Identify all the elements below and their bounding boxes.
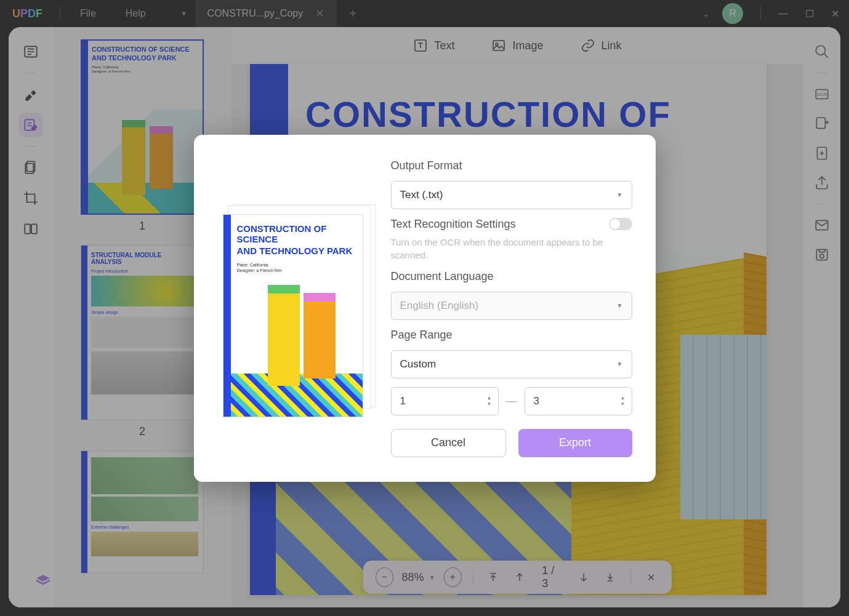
export-dialog: CONSTRUCTION OF SCIENCE AND TECHNOLOGY P…	[194, 135, 656, 482]
export-preview: CONSTRUCTION OF SCIENCE AND TECHNOLOGY P…	[217, 159, 371, 457]
document-language-label: Document Language	[391, 270, 632, 283]
step-down-icon[interactable]: ▼	[487, 402, 492, 407]
range-dash: —	[506, 394, 517, 407]
output-format-label: Output Format	[391, 159, 632, 172]
page-range-from[interactable]: 1 ▲▼	[391, 387, 499, 415]
output-format-select[interactable]: Text (.txt)▼	[391, 181, 632, 209]
step-up-icon[interactable]: ▲	[621, 396, 626, 401]
export-form: Output Format Text (.txt)▼ Text Recognit…	[391, 159, 632, 457]
page-range-label: Page Range	[391, 329, 632, 342]
page-range-to[interactable]: 3 ▲▼	[525, 387, 632, 415]
export-button[interactable]: Export	[518, 429, 632, 457]
text-recognition-label: Text Recognition Settings	[391, 218, 516, 231]
step-up-icon[interactable]: ▲	[487, 396, 492, 401]
modal-overlay: CONSTRUCTION OF SCIENCE AND TECHNOLOGY P…	[0, 0, 849, 616]
text-recognition-toggle[interactable]	[609, 218, 632, 230]
step-down-icon[interactable]: ▼	[621, 402, 626, 407]
document-language-select[interactable]: English (English)▼	[391, 292, 632, 320]
page-range-select[interactable]: Custom▼	[391, 350, 632, 378]
cancel-button[interactable]: Cancel	[391, 429, 506, 457]
text-recognition-help: Turn on the OCR when the document appear…	[391, 236, 632, 262]
